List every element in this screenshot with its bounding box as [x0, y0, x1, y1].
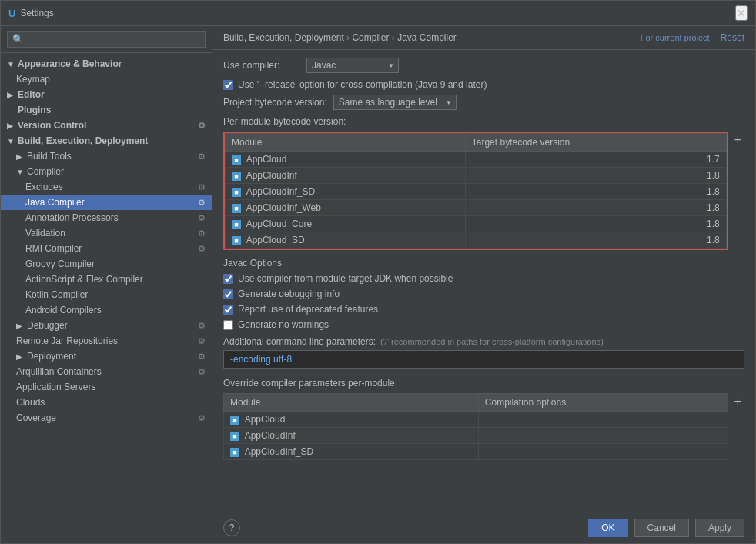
sidebar-item-kotlin-compiler[interactable]: Kotlin Compiler — [1, 287, 212, 302]
sidebar-item-actionscript[interactable]: ActionScript & Flex Compiler — [1, 272, 212, 287]
version-cell: 1.8 — [465, 216, 726, 232]
sidebar-item-label: Coverage — [16, 412, 56, 423]
sidebar-item-arquillian[interactable]: Arquillian Containers ⚙ — [1, 364, 212, 379]
override-table-row[interactable]: ■ AppCloudInf_SD — [224, 444, 728, 460]
sidebar: ▼ Appearance & Behavior Keymap ▶ Editor … — [1, 26, 212, 543]
sidebar-item-build-execution[interactable]: ▼ Build, Execution, Deployment — [1, 133, 212, 149]
bytecode-table-container: Module Target bytecode version ■ AppClou… — [223, 132, 744, 250]
sidebar-item-android-compilers[interactable]: Android Compilers — [1, 302, 212, 318]
report-deprecated-label: Report use of deprecated features — [238, 304, 378, 315]
sidebar-item-label: Groovy Compiler — [25, 259, 95, 269]
sidebar-item-app-servers[interactable]: Application Servers — [1, 379, 212, 395]
override-options-cell — [478, 412, 728, 428]
sidebar-item-label: Java Compiler — [25, 197, 85, 208]
generate-debug-info-label: Generate debugging info — [238, 289, 340, 299]
expand-icon: ▶ — [16, 352, 24, 361]
settings-icon: ⚙ — [198, 152, 206, 162]
per-module-header: Per-module bytecode version: — [223, 116, 744, 127]
generate-no-warnings-checkbox[interactable] — [223, 320, 233, 330]
sidebar-item-label: Arquillian Containers — [16, 366, 102, 377]
sidebar-item-coverage[interactable]: Coverage ⚙ — [1, 410, 212, 426]
override-col-options: Compilation options — [478, 394, 728, 412]
sidebar-item-deployment[interactable]: ▶ Deployment ⚙ — [1, 349, 212, 364]
compiler-select-wrapper: Javac — [306, 58, 399, 73]
table-row[interactable]: ■ AppCloud_SD 1.8 — [226, 232, 727, 249]
bytecode-table-wrapper: Module Target bytecode version ■ AppClou… — [223, 132, 728, 250]
table-row[interactable]: ■ AppCloud_Core 1.8 — [226, 216, 727, 232]
for-project-label: For current project — [641, 33, 710, 42]
sidebar-item-label: Build, Execution, Deployment — [18, 135, 148, 146]
use-release-row: Use '--release' option for cross-compila… — [223, 79, 744, 90]
additional-params-hint: ('/' recommended in paths for cross-plat… — [380, 337, 604, 346]
table-row[interactable]: ■ AppCloudInf_SD 1.8 — [226, 184, 727, 200]
use-release-label: Use '--release' option for cross-compila… — [238, 79, 487, 90]
ok-button[interactable]: OK — [588, 519, 627, 537]
compiler-select[interactable]: Javac — [306, 58, 399, 73]
override-table-row[interactable]: ■ AppCloud — [224, 412, 728, 428]
sidebar-item-editor[interactable]: ▶ Editor — [1, 87, 212, 102]
additional-params-input[interactable] — [223, 350, 744, 369]
sidebar-item-label: Editor — [18, 89, 45, 100]
sidebar-item-annotation-processors[interactable]: Annotation Processors ⚙ — [1, 210, 212, 225]
content-body: Use compiler: Javac Use '--release' opti… — [212, 50, 755, 512]
module-cell: ■ AppCloud_SD — [226, 232, 466, 249]
settings-icon: ⚙ — [198, 321, 206, 331]
sidebar-item-compiler[interactable]: ▼ Compiler — [1, 164, 212, 179]
table-row[interactable]: ■ AppCloudInf_Web 1.8 — [226, 200, 727, 216]
sidebar-item-rmi-compiler[interactable]: RMI Compiler ⚙ — [1, 241, 212, 256]
settings-icon: ⚙ — [198, 336, 206, 346]
sidebar-item-keymap[interactable]: Keymap — [1, 72, 212, 87]
sidebar-item-debugger[interactable]: ▶ Debugger ⚙ — [1, 318, 212, 333]
override-module-name: AppCloudInf_SD — [245, 446, 313, 457]
generate-debug-info-checkbox[interactable] — [223, 289, 233, 299]
sidebar-item-version-control[interactable]: ▶ Version Control ⚙ — [1, 118, 212, 133]
javac-option-4: Generate no warnings — [223, 319, 744, 330]
sidebar-item-build-tools[interactable]: ▶ Build Tools ⚙ — [1, 149, 212, 164]
use-release-checkbox[interactable] — [223, 80, 233, 90]
table-row[interactable]: ■ AppCloud 1.7 — [226, 152, 727, 168]
report-deprecated-checkbox[interactable] — [223, 305, 233, 315]
override-table-row[interactable]: ■ AppCloudInf — [224, 428, 728, 444]
use-module-target-jdk-checkbox[interactable] — [223, 274, 233, 284]
settings-icon: ⚙ — [198, 413, 206, 423]
use-compiler-row: Use compiler: Javac — [223, 58, 744, 73]
bytecode-select[interactable]: Same as language level — [333, 95, 457, 110]
sidebar-item-label: Compiler — [27, 166, 64, 177]
cancel-button[interactable]: Cancel — [634, 519, 689, 537]
sidebar-item-clouds[interactable]: Clouds — [1, 395, 212, 410]
sidebar-item-remote-jar[interactable]: Remote Jar Repositories ⚙ — [1, 333, 212, 349]
version-cell: 1.8 — [465, 168, 726, 184]
javac-option-3: Report use of deprecated features — [223, 304, 744, 315]
bytecode-table: Module Target bytecode version ■ AppClou… — [225, 133, 727, 249]
breadcrumb: Build, Execution, Deployment › Compiler … — [223, 32, 457, 43]
settings-icon: ⚙ — [198, 229, 206, 239]
main-area: ▼ Appearance & Behavior Keymap ▶ Editor … — [1, 26, 755, 543]
sidebar-item-java-compiler[interactable]: Java Compiler ⚙ — [1, 195, 212, 210]
additional-params-row: Additional command line parameters: ('/'… — [223, 336, 744, 347]
sidebar-item-label: Clouds — [16, 397, 45, 408]
sidebar-item-plugins[interactable]: Plugins — [1, 102, 212, 118]
settings-icon: ⚙ — [198, 244, 206, 254]
module-icon: ■ — [230, 432, 239, 441]
reset-button[interactable]: Reset — [721, 32, 744, 43]
add-override-button[interactable]: + — [731, 393, 744, 410]
settings-icon: ⚙ — [198, 198, 206, 208]
module-name: AppCloudInf — [246, 170, 297, 181]
sidebar-item-appearance[interactable]: ▼ Appearance & Behavior — [1, 56, 212, 72]
sidebar-item-excludes[interactable]: Excludes ⚙ — [1, 179, 212, 195]
add-module-button[interactable]: + — [731, 132, 744, 149]
apply-button[interactable]: Apply — [695, 519, 744, 537]
override-table: Module Compilation options ■ AppCloud — [223, 393, 728, 460]
version-cell: 1.8 — [465, 200, 726, 216]
cmd-input-row — [223, 350, 744, 375]
sidebar-item-groovy-compiler[interactable]: Groovy Compiler — [1, 256, 212, 272]
javac-option-2: Generate debugging info — [223, 289, 744, 299]
search-input[interactable] — [7, 31, 206, 48]
sidebar-item-label: Plugins — [18, 105, 51, 115]
generate-no-warnings-label: Generate no warnings — [238, 319, 329, 330]
table-row[interactable]: ■ AppCloudInf 1.8 — [226, 168, 727, 184]
sidebar-item-validation[interactable]: Validation ⚙ — [1, 225, 212, 241]
help-button[interactable]: ? — [223, 519, 240, 536]
close-button[interactable]: ✕ — [735, 5, 748, 21]
settings-window: U Settings ✕ ▼ Appearance & Behavior Key… — [0, 0, 756, 544]
